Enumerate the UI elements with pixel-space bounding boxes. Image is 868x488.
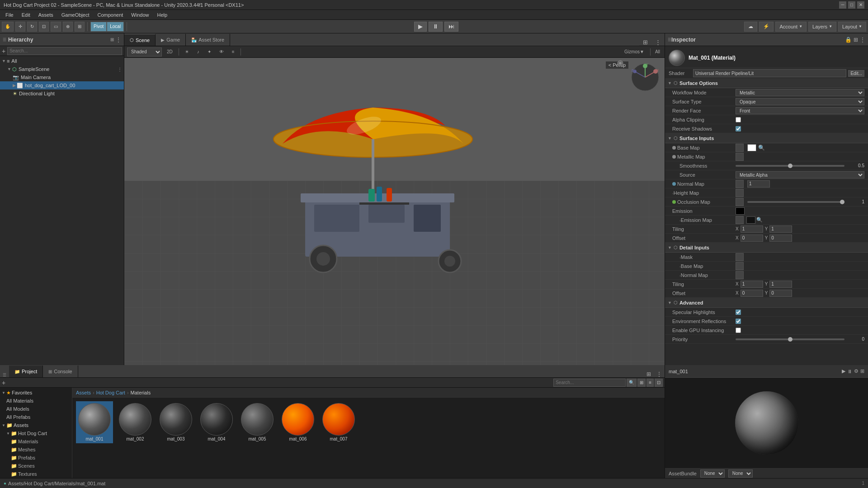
- tab-project[interactable]: 📁 Project: [9, 366, 43, 377]
- step-button[interactable]: ⏭: [444, 22, 458, 32]
- tree-assets[interactable]: ▼ 📁 Assets: [0, 421, 72, 429]
- receive-shadows-checkbox[interactable]: [736, 126, 741, 131]
- offset-y-input[interactable]: [769, 235, 792, 242]
- shader-input[interactable]: [693, 69, 846, 77]
- pivot-button[interactable]: Pivot: [90, 22, 107, 32]
- tiling-x-input[interactable]: [741, 225, 763, 233]
- asset-bundle-dropdown[interactable]: None: [700, 469, 725, 478]
- menu-window[interactable]: Window: [127, 11, 152, 19]
- gizmos-button[interactable]: Gizmos ▼: [621, 47, 647, 56]
- shader-edit-button[interactable]: Edit...: [848, 70, 864, 77]
- advanced-section[interactable]: ▼ ⬡ Advanced: [665, 298, 868, 308]
- specular-highlights-checkbox[interactable]: [736, 310, 741, 315]
- hierarchy-all[interactable]: ▼ ≡ All: [0, 57, 124, 65]
- hierarchy-expand-icon[interactable]: ⊞: [110, 37, 114, 43]
- priority-slider[interactable]: [736, 338, 844, 340]
- rotate-tool[interactable]: ↻: [27, 22, 37, 32]
- scale-tool[interactable]: ⊡: [39, 22, 49, 32]
- height-map-slot[interactable]: [736, 189, 744, 197]
- emission-map-pick[interactable]: 🔍: [756, 217, 763, 223]
- metallic-map-slot[interactable]: [736, 153, 744, 161]
- hierarchy-add-button[interactable]: +: [2, 47, 5, 55]
- hierarchy-dots-icon[interactable]: ⋮: [116, 37, 121, 43]
- emission-color[interactable]: [736, 207, 745, 215]
- source-dropdown[interactable]: Metallic Alpha Albedo Alpha: [736, 171, 864, 178]
- asset-mat005[interactable]: mat_005: [239, 401, 276, 443]
- tree-scenes[interactable]: 📁 Scenes: [0, 462, 72, 470]
- base-map-color[interactable]: [747, 144, 756, 151]
- detail-tiling-y[interactable]: [769, 281, 792, 288]
- collab-button[interactable]: ☁: [744, 22, 757, 32]
- scene-dots[interactable]: ⋮: [118, 67, 122, 72]
- minimize-button[interactable]: ─: [839, 1, 846, 9]
- account-button[interactable]: Account ▼: [775, 22, 807, 32]
- detail-base-map-slot[interactable]: [736, 262, 744, 270]
- offset-x-input[interactable]: [741, 235, 763, 242]
- inspector-expand-button[interactable]: ⊞: [854, 37, 858, 43]
- project-search-btn[interactable]: 🔍: [627, 379, 637, 387]
- menu-help[interactable]: Help: [153, 11, 171, 19]
- menu-file[interactable]: File: [2, 11, 17, 19]
- menu-edit[interactable]: Edit: [18, 11, 34, 19]
- rect-tool[interactable]: ▭: [51, 22, 61, 32]
- move-tool[interactable]: ✛: [15, 22, 25, 32]
- play-button[interactable]: ▶: [414, 22, 427, 32]
- env-reflections-checkbox[interactable]: [736, 319, 741, 324]
- bottom-panel-expand[interactable]: ⊞: [644, 371, 654, 377]
- tab-scene[interactable]: ⬡ Scene: [124, 34, 156, 46]
- alpha-clipping-checkbox[interactable]: [736, 117, 741, 122]
- 2d-button[interactable]: 2D: [164, 47, 176, 56]
- breadcrumb-hot-dog[interactable]: Hot Dog Cart: [96, 390, 125, 395]
- menu-gameobject[interactable]: GameObject: [58, 11, 93, 19]
- inspector-lock-button[interactable]: 🔒: [845, 37, 852, 43]
- project-add-button[interactable]: +: [2, 379, 5, 387]
- tab-asset-store[interactable]: 🏪 Asset Store: [186, 34, 230, 46]
- emission-map-slot[interactable]: [736, 216, 744, 224]
- hierarchy-search[interactable]: [7, 47, 122, 55]
- project-filter-btn[interactable]: ⊞: [637, 379, 646, 387]
- audio-button[interactable]: ♪: [194, 47, 203, 56]
- menu-component[interactable]: Component: [94, 11, 127, 19]
- mat-expand-btn[interactable]: ⊞: [860, 368, 864, 374]
- shading-dropdown[interactable]: Shaded Wireframe: [127, 47, 162, 56]
- transform-tool[interactable]: ⊕: [63, 22, 73, 32]
- bottom-panel-dots[interactable]: ⋮: [654, 371, 665, 377]
- normal-map-slot[interactable]: [736, 180, 744, 188]
- gpu-instancing-checkbox[interactable]: [736, 328, 741, 333]
- tree-favorites[interactable]: ▼ ★ Favorites: [0, 389, 72, 397]
- smoothness-slider[interactable]: [736, 165, 844, 167]
- tab-game[interactable]: ▶ Game: [156, 34, 186, 46]
- cloud-button[interactable]: ⚡: [759, 22, 774, 32]
- occlusion-slider[interactable]: [747, 201, 844, 203]
- tree-prefabs[interactable]: 📁 Prefabs: [0, 454, 72, 462]
- vfx-button[interactable]: ✦: [204, 47, 214, 56]
- detail-offset-y[interactable]: [769, 290, 792, 297]
- asset-mat004[interactable]: mat_004: [198, 401, 235, 443]
- tree-all-models[interactable]: All Models: [0, 405, 72, 413]
- asset-mat003[interactable]: mat_003: [157, 401, 194, 443]
- hidden-button[interactable]: 👁: [216, 47, 227, 56]
- mat-settings-btn[interactable]: ⚙: [854, 368, 859, 374]
- detail-offset-x[interactable]: [741, 290, 763, 297]
- project-search-input[interactable]: [553, 379, 626, 387]
- surface-type-dropdown[interactable]: Opaque Transparent: [736, 98, 864, 105]
- workflow-mode-dropdown[interactable]: Metallic Specular: [736, 89, 864, 96]
- breadcrumb-assets[interactable]: Assets: [76, 390, 91, 395]
- project-sort-btn[interactable]: ≡: [646, 379, 654, 387]
- layers-button[interactable]: Layers ▼: [808, 22, 836, 32]
- local-button[interactable]: Local: [107, 22, 124, 32]
- hand-tool[interactable]: ✋: [2, 22, 14, 32]
- surface-options-section[interactable]: ▼ ⬡ Surface Options: [665, 78, 868, 88]
- hierarchy-hotdog-cart[interactable]: ▶ ⬜ hot_dog_cart_LOD_00: [0, 81, 124, 89]
- mat-play-btn[interactable]: ▶: [842, 368, 845, 374]
- mat-pause-btn[interactable]: ⏸: [847, 368, 852, 374]
- occlusion-map-slot[interactable]: [736, 198, 744, 206]
- base-map-pick-button[interactable]: 🔍: [758, 145, 765, 151]
- tree-materials[interactable]: 📁 Materials: [0, 437, 72, 446]
- tab-console[interactable]: ⊞ Console: [43, 366, 78, 377]
- layout-button[interactable]: Layout ▼: [838, 22, 866, 32]
- stats-button[interactable]: ≡: [229, 47, 238, 56]
- asset-mat002[interactable]: mat_002: [117, 401, 154, 443]
- hierarchy-sample-scene[interactable]: ▼ ⬡ SampleScene ⋮: [0, 65, 124, 73]
- base-map-slot[interactable]: [736, 144, 744, 152]
